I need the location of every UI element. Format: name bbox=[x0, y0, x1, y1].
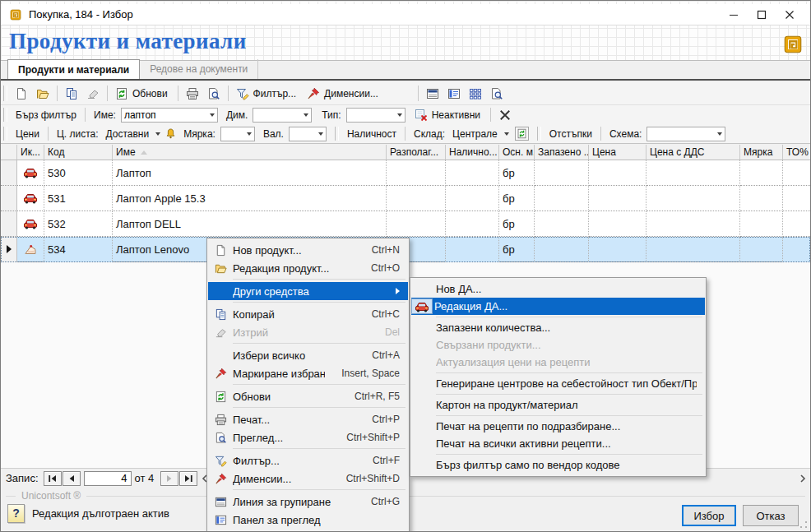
header-name[interactable]: Име bbox=[113, 145, 387, 160]
table-row[interactable]: 531 Лаптоп Apple 15.3 бр bbox=[1, 186, 810, 211]
last-record-button[interactable] bbox=[179, 471, 197, 486]
scroll-right-arrow[interactable] bbox=[795, 474, 810, 483]
prices-toggle[interactable]: Цени bbox=[11, 128, 44, 140]
header-price-vat[interactable]: Цена с ДДС bbox=[646, 145, 740, 160]
toolbar-separator bbox=[178, 86, 178, 101]
header-discount-pct[interactable]: ТО% bbox=[783, 145, 810, 160]
zoom-preview-button[interactable] bbox=[486, 85, 507, 103]
chevron-down-icon[interactable] bbox=[247, 132, 252, 136]
type-filter-combo[interactable] bbox=[346, 108, 406, 123]
submenu-item-product-card[interactable]: Картон на продукт/материал bbox=[411, 396, 705, 414]
currency-combo[interactable] bbox=[289, 127, 327, 141]
grouping-line-button[interactable] bbox=[422, 85, 443, 103]
cell-available bbox=[387, 186, 446, 211]
menu-item-edit-product[interactable]: Редакция продукт... Ctrl+O bbox=[208, 259, 408, 277]
menu-item-other-assets[interactable]: Други средства bbox=[208, 282, 408, 300]
chevron-down-icon[interactable] bbox=[397, 113, 402, 117]
new-product-button[interactable] bbox=[11, 85, 32, 103]
submenu-item-generate-cost-centers[interactable]: Генериране центрове на себестойност тип … bbox=[411, 375, 705, 392]
name-filter-input[interactable] bbox=[124, 109, 206, 121]
toolbar-grip[interactable] bbox=[537, 127, 541, 140]
inactive-toggle-button[interactable]: Неактивни bbox=[410, 106, 487, 124]
toolbar-grip[interactable] bbox=[3, 86, 7, 101]
measure-combo[interactable] bbox=[220, 127, 255, 141]
refresh-availability-button[interactable] bbox=[515, 127, 529, 141]
menu-item-refresh[interactable]: Обнови Ctrl+R, F5 bbox=[208, 387, 408, 405]
row-selector-current[interactable] bbox=[1, 237, 17, 262]
header-base-unit[interactable]: Осн. м... bbox=[499, 145, 535, 160]
chevron-down-icon[interactable] bbox=[717, 132, 722, 136]
chevron-down-icon[interactable] bbox=[318, 132, 323, 136]
record-number-input[interactable] bbox=[84, 471, 132, 486]
menu-item-dimensions[interactable]: Дименсии... Ctrl+Shift+D bbox=[208, 470, 408, 488]
header-measure[interactable]: Мярка bbox=[740, 145, 783, 160]
menu-item-new-product[interactable]: Нов продукт... Ctrl+N bbox=[208, 241, 408, 259]
select-button[interactable]: Избор bbox=[682, 505, 736, 526]
menu-item-shortcut: Ctrl+N bbox=[372, 244, 400, 256]
chevron-down-icon[interactable] bbox=[304, 113, 308, 117]
menu-item-thumbnails[interactable]: Миниатюри bbox=[208, 529, 408, 532]
menu-item-select-all[interactable]: Избери всичко Ctrl+A bbox=[208, 346, 408, 364]
submenu-item-print-default-recipes[interactable]: Печат на рецепти по подразбиране... bbox=[411, 418, 705, 435]
toolbar-grip[interactable] bbox=[3, 127, 7, 140]
scheme-combo[interactable] bbox=[646, 127, 725, 141]
table-row[interactable]: 530 Лаптоп бр bbox=[1, 160, 810, 186]
submenu-item-new-asset[interactable]: Нов ДА... bbox=[411, 280, 705, 298]
print-preview-button[interactable] bbox=[203, 85, 225, 103]
menu-item-mark-selected[interactable]: Маркиране избрани Insert, Space bbox=[208, 364, 408, 382]
header-code[interactable]: Код bbox=[44, 145, 113, 160]
row-selector[interactable] bbox=[1, 186, 17, 211]
menu-item-preview-panel[interactable]: Панел за преглед bbox=[208, 511, 408, 529]
tab-products[interactable]: Продукти и материали bbox=[7, 59, 140, 79]
dimensions-button[interactable]: Дименсии... bbox=[303, 85, 385, 103]
dim-filter-combo[interactable] bbox=[253, 108, 312, 123]
menu-item-label: Печат... bbox=[233, 414, 355, 426]
menu-item-grouping-line[interactable]: Линия за групиране Ctrl+G bbox=[208, 493, 408, 511]
previous-record-button[interactable] bbox=[63, 471, 81, 486]
chevron-down-icon[interactable] bbox=[210, 113, 215, 117]
menu-item-filter[interactable]: Филтър... Ctrl+F bbox=[208, 451, 408, 470]
refresh-button[interactable]: Обнови bbox=[111, 85, 174, 103]
first-record-button[interactable] bbox=[44, 471, 62, 486]
submenu-item-print-active-recipes[interactable]: Печат на всички активни рецепти... bbox=[411, 435, 705, 452]
copy-button[interactable] bbox=[61, 85, 82, 103]
row-selector[interactable] bbox=[1, 160, 17, 186]
header-label: Цена bbox=[592, 146, 616, 158]
maximize-button[interactable] bbox=[748, 6, 776, 24]
submenu-item-reserved-quantities[interactable]: Запазени количества... bbox=[411, 319, 705, 336]
resize-grip[interactable] bbox=[799, 520, 808, 529]
currency-label: Вал. bbox=[258, 128, 289, 140]
toolbar-grip[interactable] bbox=[335, 127, 339, 140]
header-icon[interactable]: Ик... bbox=[17, 145, 44, 160]
menu-item-print[interactable]: Печат... Ctrl+P bbox=[208, 410, 408, 428]
warehouse-dropdown[interactable]: Централе bbox=[450, 128, 512, 140]
preview-panel-button[interactable] bbox=[443, 85, 465, 103]
header-available[interactable]: Разполаг... bbox=[387, 145, 446, 160]
close-button[interactable] bbox=[776, 6, 804, 24]
cancel-button[interactable]: Отказ bbox=[743, 505, 799, 526]
price-list-dropdown[interactable]: Доставни bbox=[104, 128, 164, 140]
app-icon bbox=[9, 8, 22, 21]
filter-button[interactable]: Филтър... bbox=[232, 85, 304, 103]
menu-item-preview[interactable]: Преглед... Ctrl+Shift+P bbox=[208, 428, 408, 446]
edit-product-button[interactable] bbox=[32, 85, 53, 103]
help-icon[interactable]: ? bbox=[7, 504, 25, 523]
availability-toggle[interactable]: Наличност bbox=[342, 128, 401, 140]
menu-item-copy[interactable]: Копирай Ctrl+C bbox=[208, 305, 408, 323]
name-filter-combo[interactable] bbox=[121, 108, 218, 123]
header-price[interactable]: Цена bbox=[589, 145, 646, 160]
row-selector[interactable] bbox=[1, 211, 17, 237]
submenu-item-edit-asset[interactable]: Редакция ДА... bbox=[411, 298, 705, 315]
minimize-button[interactable] bbox=[720, 6, 748, 24]
tab-document-rows[interactable]: Редове на документи bbox=[140, 59, 258, 79]
table-row[interactable]: 532 Лаптоп DELL бр bbox=[1, 211, 810, 237]
clear-filter-button[interactable] bbox=[494, 109, 516, 121]
submenu-item-quick-filter-vendor-codes[interactable]: Бърз филтър само по вендор кодове bbox=[411, 456, 705, 474]
header-reserved[interactable]: Запазено ... bbox=[535, 145, 589, 160]
print-button[interactable] bbox=[182, 85, 203, 103]
thumbnails-button[interactable] bbox=[465, 85, 486, 103]
toolbar-grip[interactable] bbox=[3, 108, 7, 121]
header-onhand[interactable]: Налично... bbox=[446, 145, 499, 160]
menu-item-label: Картон на продукт/материал bbox=[436, 399, 697, 411]
discounts-toggle[interactable]: Отстъпки bbox=[545, 128, 597, 140]
